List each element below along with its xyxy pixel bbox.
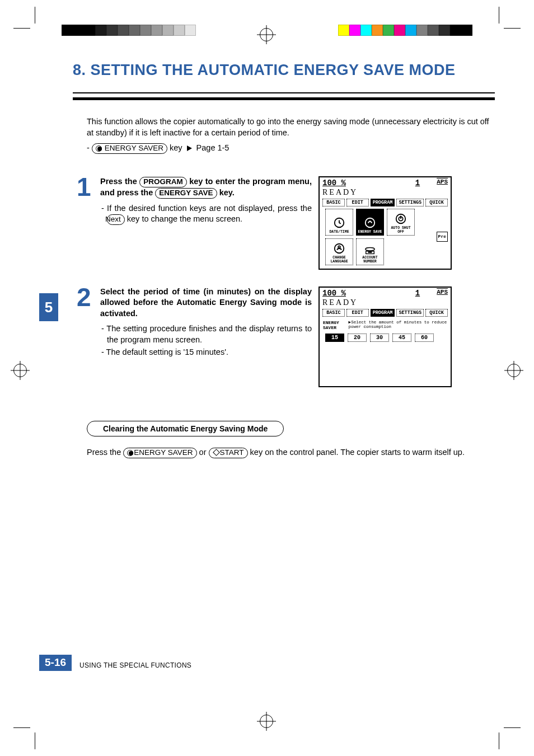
screen2-prompt: Select the amount of minutes to reduce p… bbox=[349, 320, 447, 329]
register-mark-right bbox=[507, 364, 521, 377]
energy-saver-keycap-2: ENERGY SAVER bbox=[123, 448, 196, 458]
svg-text:***: *** bbox=[368, 251, 372, 253]
display-screenshot-2: 100 % 1 APS READY BASICEDITPROGRAMSETTIN… bbox=[318, 287, 452, 387]
step-1-instruction: Press the PROGRAM key to enter the progr… bbox=[100, 176, 312, 199]
page-footer: 5-16 USING THE SPECIAL FUNCTIONS bbox=[39, 655, 191, 671]
screen-tab-quick: QUICK bbox=[425, 199, 448, 206]
screen-tab-basic: BASIC bbox=[322, 309, 345, 317]
minute-option-20: 20 bbox=[348, 334, 367, 342]
diamond-icon bbox=[213, 449, 220, 456]
minute-option-45: 45 bbox=[392, 334, 411, 342]
clearing-heading: Clearing the Automatic Energy Saving Mod… bbox=[87, 421, 284, 436]
screen2-zoom-pct: 100 % bbox=[322, 289, 346, 298]
screen-tab-edit: EDIT bbox=[346, 309, 369, 317]
minute-option-60: 60 bbox=[415, 334, 434, 342]
minute-option-15: 15 bbox=[325, 334, 344, 342]
page-number: 5-16 bbox=[39, 655, 72, 671]
svg-point-6 bbox=[366, 247, 375, 251]
register-mark-left bbox=[13, 364, 27, 377]
intro-text: This function allows the copier automati… bbox=[87, 116, 495, 139]
step-1-bullet: - If the desired function keys are not d… bbox=[100, 203, 312, 226]
screen-status: READY bbox=[320, 188, 451, 199]
screen-tabs: BASICEDITPROGRAMSETTINGSQUICK bbox=[320, 199, 451, 206]
screen-copy-count: 1 bbox=[415, 179, 420, 187]
arrow-icon bbox=[187, 145, 192, 151]
step-number-1: 1 bbox=[77, 176, 93, 198]
moon-icon bbox=[96, 145, 102, 152]
step-2-bullet-2: - The default setting is '15 minutes'. bbox=[100, 347, 312, 358]
screen2-tabs: BASICEDITPROGRAMSETTINGSQUICK bbox=[320, 309, 451, 317]
section-heading: 8. SETTING THE AUTOMATIC ENERGY SAVE MOD… bbox=[73, 62, 495, 79]
screen-icon-account-number: ***ACCOUNT NUMBER bbox=[356, 238, 384, 265]
colorbar-cmyk bbox=[338, 25, 472, 36]
energy-saver-keycap: ENERGY SAVER bbox=[92, 143, 167, 154]
step-2-instruction: Select the period of time (in minutes) o… bbox=[100, 287, 312, 320]
minute-option-30: 30 bbox=[370, 334, 389, 342]
register-mark-top bbox=[260, 28, 273, 41]
screen-tab-quick: QUICK bbox=[425, 309, 448, 317]
svg-point-5 bbox=[338, 246, 340, 248]
screen2-copy-count: 1 bbox=[415, 289, 420, 298]
chapter-title: USING THE SPECIAL FUNCTIONS bbox=[79, 661, 191, 671]
screen-pre-button: Pre bbox=[437, 232, 448, 242]
intro-paragraph: This function allows the copier automati… bbox=[87, 116, 495, 154]
screen-zoom-pct: 100 % bbox=[322, 179, 346, 187]
moon-icon bbox=[127, 450, 133, 456]
screen-icon-energy-save: ENERGY SAVE bbox=[356, 209, 384, 236]
step-number-2: 2 bbox=[77, 287, 93, 308]
screen2-aps: APS bbox=[437, 289, 448, 298]
screen-aps: APS bbox=[437, 179, 448, 187]
clearing-text: Press the ENERGY SAVER or START key on t… bbox=[87, 447, 495, 458]
chapter-tab: 5 bbox=[39, 293, 58, 321]
screen-tab-program: PROGRAM bbox=[371, 309, 395, 317]
energy-save-keycap: ENERGY SAVE bbox=[155, 188, 217, 199]
screen-tab-program: PROGRAM bbox=[371, 199, 395, 206]
colorbar-greys bbox=[62, 25, 196, 36]
step-1: 1 Press the PROGRAM key to enter the pro… bbox=[77, 176, 495, 270]
screen2-status: READY bbox=[320, 298, 451, 309]
screen-tab-edit: EDIT bbox=[346, 199, 369, 206]
step-2-bullet-1: - The setting procedure finishes and the… bbox=[100, 323, 312, 345]
next-keycap: Next bbox=[107, 214, 125, 225]
heading-rule bbox=[73, 92, 495, 100]
screen-tab-settings: SETTINGS bbox=[396, 309, 424, 317]
screen-tab-settings: SETTINGS bbox=[396, 199, 424, 206]
minute-options: 1520304560 bbox=[320, 331, 451, 344]
program-keycap: PROGRAM bbox=[139, 177, 187, 187]
display-screenshot-1: 100 % 1 APS READY BASICEDITPROGRAMSETTIN… bbox=[318, 176, 452, 270]
screen-icon-date-time: DATE/TIME bbox=[325, 209, 353, 236]
screen-icon-change-language: CHANGE LANGUAGE bbox=[325, 238, 353, 265]
svg-point-1 bbox=[366, 218, 375, 227]
screen-icon-auto-shut-off: AUTO SHUT OFF bbox=[387, 209, 415, 236]
page-ref: Page 1-5 bbox=[196, 143, 229, 152]
step-2: 2 Select the period of time (in minutes)… bbox=[77, 287, 495, 387]
screen-tab-basic: BASIC bbox=[322, 199, 345, 206]
screen2-mode-label: ENERGY SAVER bbox=[323, 320, 345, 330]
register-mark-bottom bbox=[260, 715, 273, 728]
start-keycap: START bbox=[209, 448, 248, 458]
